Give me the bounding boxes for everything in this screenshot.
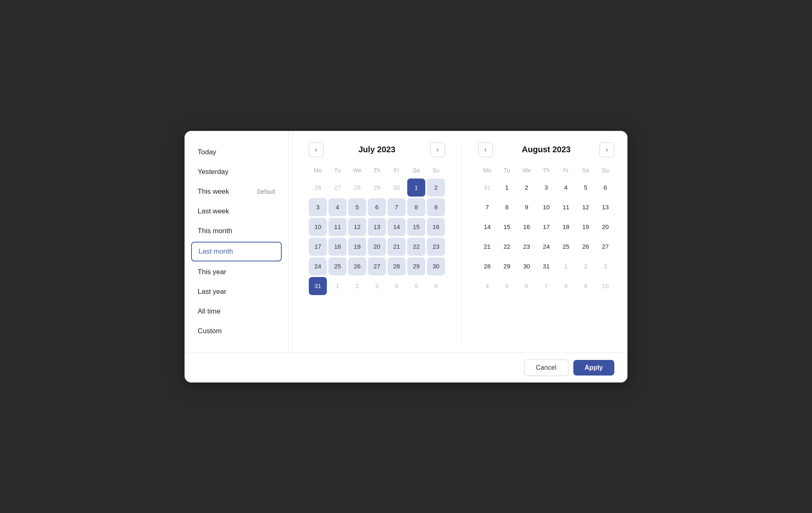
calendar-day[interactable]: 22: [407, 238, 425, 256]
sidebar-item-label: Last week: [198, 207, 229, 215]
calendar-day[interactable]: 5: [577, 179, 595, 197]
apply-button[interactable]: Apply: [573, 360, 614, 376]
sidebar-item-last-year[interactable]: Last year: [185, 282, 288, 302]
calendar-day[interactable]: 2: [427, 179, 445, 197]
calendar-day[interactable]: 17: [537, 218, 555, 236]
calendar-day[interactable]: 23: [518, 238, 536, 256]
calendar-day: 10: [596, 277, 614, 295]
calendar-day: 6: [518, 277, 536, 295]
sidebar: TodayYesterdayThis weekDefaultLast weekT…: [185, 131, 289, 353]
calendar-day[interactable]: 25: [328, 257, 347, 275]
calendar-day[interactable]: 18: [328, 238, 347, 256]
calendar-day[interactable]: 11: [328, 218, 347, 236]
calendar-day: 5: [407, 277, 425, 295]
calendar-day[interactable]: 5: [348, 198, 366, 216]
next-month-button-july[interactable]: ›: [430, 142, 445, 157]
calendar-day[interactable]: 3: [537, 179, 555, 197]
calendar-day[interactable]: 20: [596, 218, 614, 236]
calendar-day: 4: [388, 277, 406, 295]
calendar-day[interactable]: 30: [518, 257, 536, 275]
calendar-day[interactable]: 26: [577, 238, 595, 256]
calendar-day[interactable]: 19: [577, 218, 595, 236]
calendar-day[interactable]: 21: [478, 238, 496, 256]
calendar-day[interactable]: 16: [427, 218, 445, 236]
calendar-day[interactable]: 9: [427, 198, 445, 216]
calendar-day[interactable]: 21: [388, 238, 406, 256]
calendar-day[interactable]: 25: [557, 238, 575, 256]
calendar-day[interactable]: 10: [309, 218, 327, 236]
calendar-day[interactable]: 13: [368, 218, 386, 236]
calendar-day: 3: [596, 257, 614, 275]
calendar-day[interactable]: 27: [368, 257, 386, 275]
calendar-july: ‹July 2023›MoTuWeThFrSaSu262728293012345…: [309, 142, 445, 344]
calendar-day[interactable]: 22: [498, 238, 516, 256]
sidebar-item-label: This year: [198, 268, 226, 276]
calendar-day[interactable]: 14: [478, 218, 496, 236]
sidebar-item-today[interactable]: Today: [185, 142, 288, 162]
date-range-picker-dialog: TodayYesterdayThis weekDefaultLast weekT…: [185, 131, 627, 382]
sidebar-item-yesterday[interactable]: Yesterday: [185, 162, 288, 182]
calendar-day[interactable]: 30: [427, 257, 445, 275]
calendar-day[interactable]: 4: [328, 198, 347, 216]
calendar-day[interactable]: 8: [407, 198, 425, 216]
calendar-day[interactable]: 17: [309, 238, 327, 256]
calendar-day[interactable]: 15: [407, 218, 425, 236]
calendar-day: 2: [348, 277, 366, 295]
calendar-day[interactable]: 1: [407, 179, 425, 197]
calendar-day[interactable]: 16: [518, 218, 536, 236]
calendar-day[interactable]: 3: [309, 198, 327, 216]
calendar-day[interactable]: 2: [518, 179, 536, 197]
calendar-day[interactable]: 10: [537, 198, 555, 216]
calendar-day[interactable]: 29: [407, 257, 425, 275]
calendar-day[interactable]: 6: [596, 179, 614, 197]
calendar-grid-august: MoTuWeThFrSaSu31123456789101112131415161…: [478, 165, 614, 295]
sidebar-item-custom[interactable]: Custom: [185, 321, 288, 341]
calendar-day[interactable]: 8: [498, 198, 516, 216]
sidebar-item-all-time[interactable]: All time: [185, 302, 288, 321]
next-month-button-august[interactable]: ›: [600, 142, 614, 157]
calendar-day[interactable]: 31: [537, 257, 555, 275]
sidebar-item-this-year[interactable]: This year: [185, 262, 288, 282]
calendar-day[interactable]: 7: [388, 198, 406, 216]
calendar-day[interactable]: 6: [368, 198, 386, 216]
sidebar-item-last-month[interactable]: Last month: [191, 242, 282, 261]
calendar-header-july: ‹July 2023›: [309, 142, 445, 157]
calendar-day[interactable]: 15: [498, 218, 516, 236]
calendar-day[interactable]: 4: [557, 179, 575, 197]
calendar-day[interactable]: 13: [596, 198, 614, 216]
calendar-day[interactable]: 31: [309, 277, 327, 295]
calendar-day[interactable]: 1: [498, 179, 516, 197]
calendar-day[interactable]: 29: [498, 257, 516, 275]
calendar-day[interactable]: 7: [478, 198, 496, 216]
calendar-panel: ‹July 2023›MoTuWeThFrSaSu262728293012345…: [296, 131, 627, 353]
day-of-week: Su: [427, 165, 445, 177]
calendar-day[interactable]: 28: [478, 257, 496, 275]
calendar-day[interactable]: 12: [348, 218, 366, 236]
calendar-day[interactable]: 18: [557, 218, 575, 236]
sidebar-item-label: This month: [198, 227, 232, 235]
calendar-day[interactable]: 11: [557, 198, 575, 216]
calendar-day[interactable]: 28: [388, 257, 406, 275]
calendar-day: 8: [557, 277, 575, 295]
calendar-day[interactable]: 20: [368, 238, 386, 256]
sidebar-item-last-week[interactable]: Last week: [185, 202, 288, 221]
calendar-day[interactable]: 19: [348, 238, 366, 256]
calendar-day[interactable]: 24: [537, 238, 555, 256]
calendar-day: 3: [368, 277, 386, 295]
calendar-day[interactable]: 26: [348, 257, 366, 275]
calendar-day[interactable]: 23: [427, 238, 445, 256]
calendar-day[interactable]: 24: [309, 257, 327, 275]
prev-month-button-july[interactable]: ‹: [309, 142, 324, 157]
day-of-week: Fr: [557, 165, 575, 177]
sidebar-item-this-week[interactable]: This weekDefault: [185, 182, 288, 202]
sidebar-item-label: Last year: [198, 288, 226, 296]
calendar-day[interactable]: 27: [596, 238, 614, 256]
cancel-button[interactable]: Cancel: [524, 360, 568, 376]
calendar-day[interactable]: 9: [518, 198, 536, 216]
calendar-day[interactable]: 14: [388, 218, 406, 236]
prev-month-button-august[interactable]: ‹: [478, 142, 493, 157]
calendar-day[interactable]: 12: [577, 198, 595, 216]
calendar-day: 30: [388, 179, 406, 197]
day-of-week: Tu: [328, 165, 347, 177]
sidebar-item-this-month[interactable]: This month: [185, 221, 288, 241]
